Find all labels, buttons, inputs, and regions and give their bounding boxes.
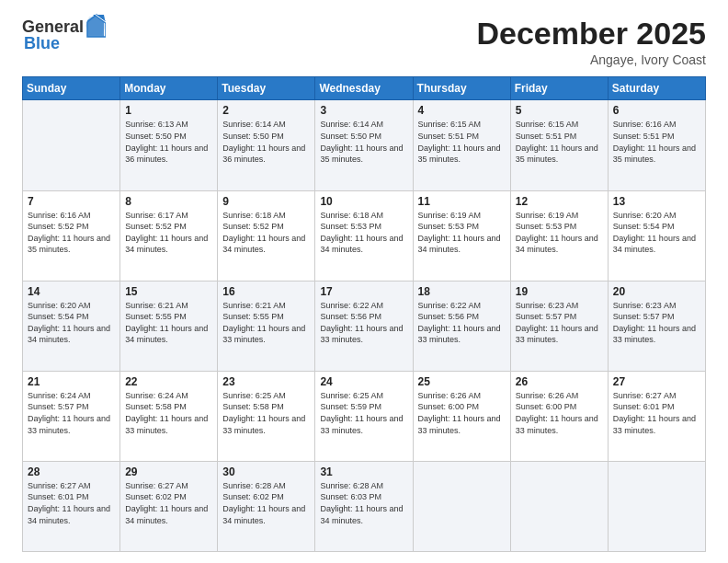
table-row: 11 Sunrise: 6:19 AM Sunset: 5:53 PM Dayl… (413, 190, 510, 281)
table-row: 12 Sunrise: 6:19 AM Sunset: 5:53 PM Dayl… (510, 190, 608, 281)
day-info: Sunrise: 6:14 AM Sunset: 5:50 PM Dayligh… (320, 119, 407, 165)
table-row: 29 Sunrise: 6:27 AM Sunset: 6:02 PM Dayl… (120, 461, 218, 551)
sunset-text: Sunset: 6:01 PM (28, 492, 89, 501)
day-info: Sunrise: 6:27 AM Sunset: 6:01 PM Dayligh… (613, 390, 700, 436)
sunrise-text: Sunrise: 6:15 AM (418, 120, 482, 129)
day-info: Sunrise: 6:25 AM Sunset: 5:59 PM Dayligh… (320, 390, 407, 436)
sunset-text: Sunset: 6:00 PM (516, 402, 577, 411)
day-number: 8 (125, 195, 212, 208)
day-info: Sunrise: 6:19 AM Sunset: 5:53 PM Dayligh… (418, 210, 506, 256)
daylight-text: Daylight: 11 hours and 34 minutes. (320, 504, 403, 525)
table-row: 16 Sunrise: 6:21 AM Sunset: 5:55 PM Dayl… (218, 281, 315, 371)
daylight-text: Daylight: 11 hours and 34 minutes. (125, 324, 208, 345)
daylight-text: Daylight: 11 hours and 35 minutes. (320, 144, 403, 165)
day-info: Sunrise: 6:18 AM Sunset: 5:53 PM Dayligh… (320, 210, 407, 256)
table-row: 26 Sunrise: 6:26 AM Sunset: 6:00 PM Dayl… (510, 371, 608, 461)
sunset-text: Sunset: 6:02 PM (125, 492, 187, 501)
sunset-text: Sunset: 5:57 PM (613, 312, 675, 321)
day-number: 12 (516, 195, 603, 208)
day-info: Sunrise: 6:20 AM Sunset: 5:54 PM Dayligh… (28, 300, 115, 346)
sunrise-text: Sunrise: 6:27 AM (125, 481, 188, 490)
header-thursday: Thursday (413, 77, 510, 100)
sunset-text: Sunset: 5:50 PM (222, 132, 284, 141)
sunrise-text: Sunrise: 6:27 AM (28, 481, 91, 490)
day-number: 21 (28, 375, 115, 388)
logo: General Blue (22, 17, 106, 53)
sunrise-text: Sunrise: 6:28 AM (320, 481, 383, 490)
sunrise-text: Sunrise: 6:22 AM (418, 301, 482, 310)
sunrise-text: Sunrise: 6:27 AM (613, 391, 677, 400)
sunrise-text: Sunrise: 6:23 AM (613, 301, 677, 310)
table-row: 25 Sunrise: 6:26 AM Sunset: 6:00 PM Dayl… (413, 371, 510, 461)
daylight-text: Daylight: 11 hours and 33 minutes. (418, 414, 501, 435)
sunrise-text: Sunrise: 6:17 AM (125, 211, 188, 220)
day-info: Sunrise: 6:28 AM Sunset: 6:03 PM Dayligh… (320, 480, 407, 526)
table-row: 20 Sunrise: 6:23 AM Sunset: 5:57 PM Dayl… (608, 281, 705, 371)
day-number: 11 (418, 195, 506, 208)
table-row: 8 Sunrise: 6:17 AM Sunset: 5:52 PM Dayli… (120, 190, 218, 281)
day-number: 3 (320, 104, 407, 117)
day-number: 1 (125, 104, 212, 117)
table-row: 2 Sunrise: 6:14 AM Sunset: 5:50 PM Dayli… (218, 100, 315, 190)
sunset-text: Sunset: 6:02 PM (222, 492, 284, 501)
daylight-text: Daylight: 11 hours and 33 minutes. (516, 324, 598, 345)
day-number: 14 (28, 285, 115, 298)
sunrise-text: Sunrise: 6:25 AM (320, 391, 383, 400)
day-info: Sunrise: 6:15 AM Sunset: 5:51 PM Dayligh… (516, 119, 603, 165)
day-number: 16 (222, 285, 310, 298)
header-wednesday: Wednesday (315, 77, 413, 100)
daylight-text: Daylight: 11 hours and 35 minutes. (28, 234, 110, 255)
daylight-text: Daylight: 11 hours and 34 minutes. (222, 234, 305, 255)
sunset-text: Sunset: 5:53 PM (418, 222, 480, 231)
daylight-text: Daylight: 11 hours and 34 minutes. (125, 504, 208, 525)
day-number: 26 (516, 375, 603, 388)
day-number: 15 (125, 285, 212, 298)
day-info: Sunrise: 6:18 AM Sunset: 5:52 PM Dayligh… (222, 210, 310, 256)
day-number: 7 (28, 195, 115, 208)
sunset-text: Sunset: 5:52 PM (125, 222, 187, 231)
sunrise-text: Sunrise: 6:19 AM (516, 211, 579, 220)
day-number: 17 (320, 285, 407, 298)
sunset-text: Sunset: 5:56 PM (320, 312, 381, 321)
table-row: 1 Sunrise: 6:13 AM Sunset: 5:50 PM Dayli… (120, 100, 218, 190)
day-info: Sunrise: 6:27 AM Sunset: 6:01 PM Dayligh… (28, 480, 115, 526)
sunset-text: Sunset: 5:51 PM (613, 132, 675, 141)
day-info: Sunrise: 6:23 AM Sunset: 5:57 PM Dayligh… (613, 300, 700, 346)
sunset-text: Sunset: 5:51 PM (516, 132, 577, 141)
day-number: 19 (516, 285, 603, 298)
table-row: 22 Sunrise: 6:24 AM Sunset: 5:58 PM Dayl… (120, 371, 218, 461)
sunrise-text: Sunrise: 6:21 AM (222, 301, 286, 310)
daylight-text: Daylight: 11 hours and 35 minutes. (516, 144, 598, 165)
table-row: 23 Sunrise: 6:25 AM Sunset: 5:58 PM Dayl… (218, 371, 315, 461)
day-number: 4 (418, 104, 506, 117)
day-info: Sunrise: 6:28 AM Sunset: 6:02 PM Dayligh… (222, 480, 310, 526)
day-info: Sunrise: 6:15 AM Sunset: 5:51 PM Dayligh… (418, 119, 506, 165)
day-info: Sunrise: 6:26 AM Sunset: 6:00 PM Dayligh… (418, 390, 506, 436)
day-info: Sunrise: 6:26 AM Sunset: 6:00 PM Dayligh… (516, 390, 603, 436)
daylight-text: Daylight: 11 hours and 33 minutes. (613, 414, 696, 435)
sunrise-text: Sunrise: 6:24 AM (125, 391, 188, 400)
table-row: 7 Sunrise: 6:16 AM Sunset: 5:52 PM Dayli… (23, 190, 120, 281)
header-monday: Monday (120, 77, 218, 100)
table-row: 30 Sunrise: 6:28 AM Sunset: 6:02 PM Dayl… (218, 461, 315, 551)
sunrise-text: Sunrise: 6:23 AM (516, 301, 579, 310)
daylight-text: Daylight: 11 hours and 33 minutes. (418, 324, 501, 345)
calendar-week-row: 14 Sunrise: 6:20 AM Sunset: 5:54 PM Dayl… (23, 281, 706, 371)
table-row (510, 461, 608, 551)
sunset-text: Sunset: 5:52 PM (222, 222, 284, 231)
day-number: 2 (222, 104, 310, 117)
day-info: Sunrise: 6:17 AM Sunset: 5:52 PM Dayligh… (125, 210, 212, 256)
sunset-text: Sunset: 5:57 PM (28, 402, 89, 411)
day-info: Sunrise: 6:24 AM Sunset: 5:58 PM Dayligh… (125, 390, 212, 436)
table-row: 31 Sunrise: 6:28 AM Sunset: 6:03 PM Dayl… (315, 461, 413, 551)
table-row: 17 Sunrise: 6:22 AM Sunset: 5:56 PM Dayl… (315, 281, 413, 371)
sunrise-text: Sunrise: 6:18 AM (320, 211, 383, 220)
sunrise-text: Sunrise: 6:20 AM (613, 211, 677, 220)
day-info: Sunrise: 6:21 AM Sunset: 5:55 PM Dayligh… (222, 300, 310, 346)
sunrise-text: Sunrise: 6:19 AM (418, 211, 482, 220)
daylight-text: Daylight: 11 hours and 33 minutes. (613, 324, 696, 345)
calendar-week-row: 28 Sunrise: 6:27 AM Sunset: 6:01 PM Dayl… (23, 461, 706, 551)
sunset-text: Sunset: 5:54 PM (28, 312, 89, 321)
sunrise-text: Sunrise: 6:13 AM (125, 120, 188, 129)
daylight-text: Daylight: 11 hours and 33 minutes. (320, 414, 403, 435)
